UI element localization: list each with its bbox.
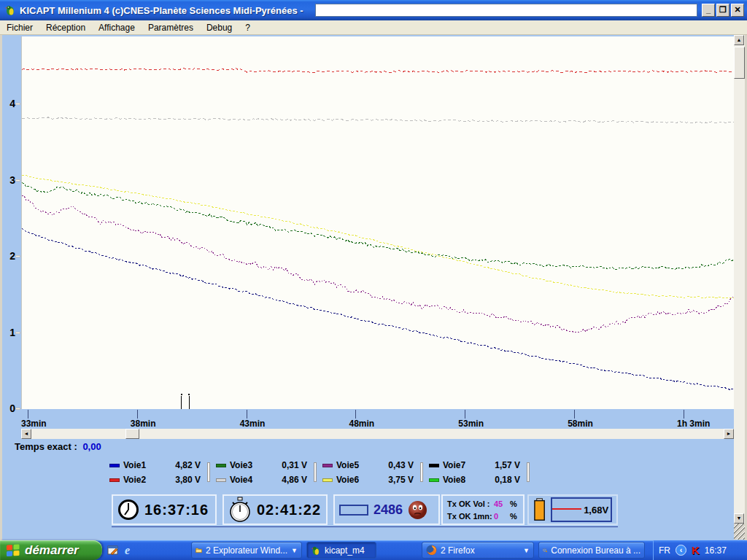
- scroll-up-arrow[interactable]: ▲: [734, 35, 744, 45]
- legend-item-voie3: Voie3 0,31 V: [216, 458, 309, 472]
- frame-counter-panel: 2486: [333, 494, 440, 525]
- horizontal-scroll-thumb[interactable]: [125, 429, 139, 439]
- legend-group-1: Voie1 4,82 V Voie2 3,80 V: [109, 458, 203, 487]
- voie6-color-swatch: [322, 478, 333, 482]
- clock-panel: 16:37:16: [112, 494, 217, 525]
- scroll-right-arrow[interactable]: ►: [724, 429, 734, 439]
- y-tick-label: 4: [2, 98, 15, 109]
- x-tick-label: 48min: [349, 419, 374, 429]
- taskbar-button-label: 2 Explorateur Wind...: [206, 545, 287, 556]
- menu-debug[interactable]: Debug: [200, 20, 239, 35]
- y-tick: [15, 255, 20, 257]
- hide-icons-chevron[interactable]: ‹: [676, 545, 686, 556]
- scroll-left-arrow[interactable]: ◄: [21, 429, 31, 439]
- x-tick-label: 33min: [21, 419, 47, 429]
- tx-vol-line: Tx OK Vol : 45 %: [447, 498, 517, 509]
- legend-item-voie2: Voie2 3,80 V: [109, 472, 203, 487]
- legend-group-4: Voie7 1,57 V Voie8 0,18 V: [429, 458, 522, 487]
- legend-item-voie7: Voie7 1,57 V: [429, 458, 522, 472]
- taskbar-button-rdp[interactable]: Connexion Bureau à ...: [538, 542, 645, 559]
- y-tick-label: 3: [2, 174, 15, 186]
- stopwatch-icon: [228, 497, 252, 523]
- sad-face-icon: [408, 500, 427, 520]
- vertical-scrollbar[interactable]: ▲ ▼: [734, 35, 745, 524]
- battery-panel: 1,68V: [527, 494, 618, 525]
- x-tick: [465, 410, 465, 419]
- voie2-label: Voie2: [123, 475, 155, 485]
- voie3-label: Voie3: [230, 460, 262, 470]
- start-button[interactable]: démarrer: [0, 540, 102, 560]
- legend-separator[interactable]: [527, 462, 530, 482]
- battery-icon: [533, 497, 546, 522]
- legend-separator[interactable]: [314, 462, 317, 482]
- window-title: KICAPT Millenium 4 (c)CNES-Planète Scien…: [20, 5, 303, 16]
- internet-explorer-icon[interactable]: e: [125, 544, 137, 556]
- remote-desktop-icon: [543, 545, 547, 556]
- legend-item-voie4: Voie4 4,86 V: [216, 472, 309, 487]
- voie1-label: Voie1: [123, 460, 155, 470]
- app-icon: [4, 4, 16, 16]
- series-Voie1: [22, 228, 734, 389]
- quick-launch-app-icon[interactable]: [107, 544, 120, 556]
- y-tick: [15, 332, 20, 334]
- title-edit-box[interactable]: [315, 4, 697, 17]
- clock-icon: [117, 499, 139, 521]
- x-tick: [137, 410, 138, 419]
- battery-level-line: [552, 508, 581, 510]
- title-bar[interactable]: KICAPT Millenium 4 (c)CNES-Planète Scien…: [0, 0, 747, 20]
- kaspersky-tray-icon[interactable]: K: [692, 544, 700, 556]
- menu-fichier[interactable]: Fichier: [0, 20, 39, 35]
- tx-1mn-line: Tx OK 1mn: 0 %: [447, 510, 517, 521]
- language-indicator[interactable]: FR: [659, 545, 670, 556]
- temps-exact-label: Temps exact :: [15, 441, 77, 452]
- legend-item-voie8: Voie8 0,18 V: [429, 472, 522, 487]
- close-button[interactable]: ✕: [731, 4, 744, 17]
- taskbar-button-label: 2 Firefox: [441, 545, 475, 556]
- x-tick: [28, 410, 28, 419]
- taskbar-button-explorer[interactable]: 2 Explorateur Wind... ▼: [191, 542, 302, 559]
- client-area: 01234 33min38min43min48min53min58min1h 3…: [0, 35, 747, 540]
- channel-legend: Voie1 4,82 V Voie2 3,80 V Voie3 0,31 V: [109, 458, 535, 487]
- x-tick: [574, 410, 575, 419]
- series-Voie5: [22, 195, 734, 332]
- menu-help[interactable]: ?: [239, 20, 257, 35]
- series-Voie6: [22, 175, 734, 298]
- application-window: KICAPT Millenium 4 (c)CNES-Planète Scien…: [0, 0, 747, 560]
- legend-separator[interactable]: [207, 462, 210, 482]
- horizontal-scrollbar[interactable]: ◄ ►: [21, 429, 734, 439]
- tx-vol-value: 45: [494, 499, 510, 508]
- voie1-value: 4,82 V: [155, 460, 201, 470]
- y-tick: [15, 103, 20, 105]
- minimize-button[interactable]: _: [702, 4, 715, 17]
- percent-sign: %: [510, 499, 517, 508]
- taskbar-button-firefox[interactable]: 2 Firefox ▼: [422, 542, 534, 559]
- resize-grip[interactable]: [734, 524, 745, 540]
- legend-group-2: Voie3 0,31 V Voie4 4,86 V: [216, 458, 309, 487]
- menu-parametres[interactable]: Paramètres: [142, 20, 200, 35]
- kicapt-app-icon: [311, 545, 321, 556]
- voie1-color-swatch: [109, 464, 120, 467]
- taskbar-button-label: Connexion Bureau à ...: [551, 545, 640, 556]
- legend-separator[interactable]: [420, 462, 423, 482]
- system-tray: FR ‹ K 16:37: [653, 540, 747, 560]
- y-tick-label: 1: [2, 327, 15, 338]
- taskbar-button-kicapt[interactable]: kicapt_m4: [306, 542, 376, 559]
- battery-gauge: 1,68V: [551, 497, 612, 522]
- tx-1mn-label: Tx OK 1mn:: [447, 512, 494, 521]
- percent-sign: %: [510, 512, 517, 521]
- x-tick: [684, 410, 684, 419]
- frame-gauge: [339, 505, 368, 516]
- voie4-label: Voie4: [230, 475, 262, 485]
- voie5-value: 0,43 V: [368, 460, 414, 470]
- menu-affichage[interactable]: Affichage: [92, 20, 142, 35]
- vertical-scroll-thumb[interactable]: [734, 47, 745, 79]
- series-Voie3: [22, 183, 734, 270]
- chevron-down-icon: ▼: [291, 547, 298, 554]
- scroll-down-arrow[interactable]: ▼: [734, 513, 744, 524]
- voie5-label: Voie5: [336, 460, 368, 470]
- menu-reception[interactable]: Réception: [39, 20, 92, 35]
- maximize-button[interactable]: ❐: [716, 4, 729, 17]
- x-tick-label: 43min: [240, 419, 266, 429]
- legend-item-voie6: Voie6 3,75 V: [322, 472, 416, 487]
- tx-vol-label: Tx OK Vol :: [447, 499, 494, 508]
